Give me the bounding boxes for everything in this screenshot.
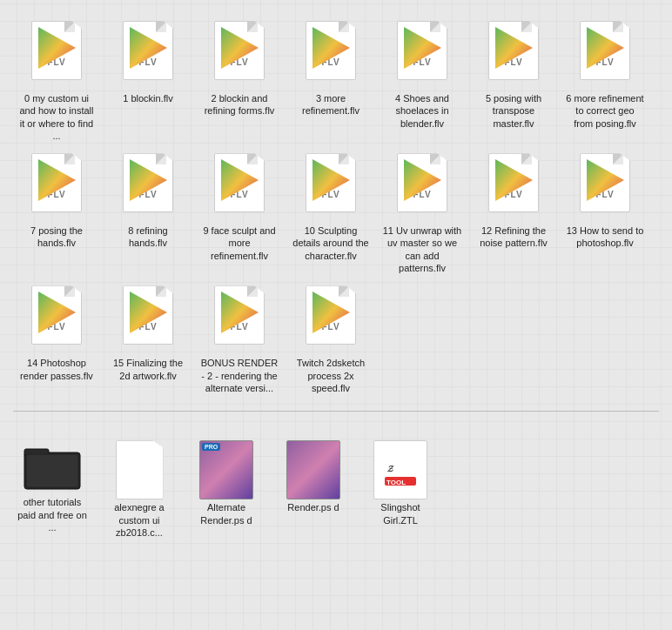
file-label-11: 11 Uv unwrap with uv master so we can ad… bbox=[382, 225, 462, 274]
svg-marker-13 bbox=[587, 159, 624, 201]
file-item-2[interactable]: FLV 2 blockin and refining forms.flv bbox=[196, 17, 283, 145]
bottom-item-b3[interactable]: Render.ps d bbox=[274, 437, 353, 517]
svg-marker-8 bbox=[130, 159, 167, 201]
svg-marker-10 bbox=[312, 159, 350, 201]
file-label-2: 2 blockin and refining forms.flv bbox=[199, 92, 279, 117]
file-item-13[interactable]: FLV 13 How to send to photoshop.flv bbox=[561, 150, 648, 278]
file-label-3: 3 more refinement.flv bbox=[291, 92, 371, 117]
flv-icon-11: FLV bbox=[391, 153, 454, 223]
file-label-13: 13 How to send to photoshop.flv bbox=[565, 225, 645, 250]
svg-marker-1 bbox=[130, 27, 167, 69]
svg-marker-2 bbox=[221, 27, 259, 69]
flv-icon-2: FLV bbox=[208, 21, 271, 90]
bottom-label-b3: Render.ps d bbox=[287, 501, 339, 513]
file-item-11[interactable]: FLV 11 Uv unwrap with uv master so we ca… bbox=[379, 150, 466, 278]
bottom-label-b1: alexnegre a custom ui zb2018.c... bbox=[104, 501, 175, 539]
file-label-14: 14 Photoshop render passes.flv bbox=[17, 357, 97, 382]
flv-icon-9: FLV bbox=[208, 153, 271, 223]
svg-marker-4 bbox=[404, 27, 441, 69]
file-label-4: 4 Shoes and shoelaces in blender.flv bbox=[382, 92, 462, 130]
file-label-17: Twitch 2dsketch process 2x speed.flv bbox=[291, 357, 371, 394]
file-item-10[interactable]: FLV 10 Sculpting details around the char… bbox=[287, 150, 374, 278]
bottom-item-b4[interactable]: TOOL 𝓩 Slingshot Girl.ZTL bbox=[361, 437, 440, 530]
flv-icon-13: FLV bbox=[574, 153, 636, 223]
flv-icon-14: FLV bbox=[25, 285, 88, 355]
file-label-5: 5 posing with transpose master.flv bbox=[474, 92, 554, 130]
file-item-1[interactable]: FLV 1 blockin.flv bbox=[104, 17, 192, 145]
file-label-6: 6 more refinement to correct geo from po… bbox=[565, 92, 645, 130]
file-label-16: BONUS RENDER - 2 - rendering the alterna… bbox=[199, 357, 279, 394]
svg-marker-9 bbox=[221, 159, 259, 201]
file-item-4[interactable]: FLV 4 Shoes and shoelaces in blender.flv bbox=[379, 17, 466, 145]
file-item-8[interactable]: FLV 8 refining hands.flv bbox=[104, 150, 192, 278]
file-item-3[interactable]: FLV 3 more refinement.flv bbox=[287, 17, 374, 145]
divider bbox=[13, 411, 659, 428]
bottom-item-b2[interactable]: PROAlternate Render.ps d bbox=[187, 437, 265, 530]
svg-marker-17 bbox=[312, 292, 350, 333]
file-item-0[interactable]: FLV 0 my custom ui and how to install it… bbox=[13, 17, 100, 145]
file-label-1: 1 blockin.flv bbox=[123, 92, 172, 104]
svg-marker-11 bbox=[404, 159, 441, 201]
bottom-files: other tutorials paid and free on ...alex… bbox=[4, 432, 668, 546]
file-item-7[interactable]: FLV 7 posing the hands.flv bbox=[13, 150, 100, 278]
flv-icon-15: FLV bbox=[117, 285, 179, 355]
svg-marker-14 bbox=[38, 292, 76, 333]
file-label-0: 0 my custom ui and how to install it or … bbox=[17, 92, 97, 142]
svg-marker-6 bbox=[587, 27, 624, 69]
flv-icon-8: FLV bbox=[117, 153, 179, 223]
file-label-15: 15 Finalizing the 2d artwork.flv bbox=[108, 357, 188, 382]
flv-icon-6: FLV bbox=[574, 21, 636, 90]
file-label-9: 9 face sculpt and more refinement.flv bbox=[199, 225, 279, 262]
svg-marker-5 bbox=[495, 27, 533, 69]
svg-marker-12 bbox=[495, 159, 533, 201]
svg-marker-7 bbox=[38, 159, 76, 201]
svg-marker-16 bbox=[221, 292, 259, 333]
bottom-label-b2: Alternate Render.ps d bbox=[191, 501, 262, 526]
file-item-5[interactable]: FLV 5 posing with transpose master.flv bbox=[470, 17, 557, 145]
file-item-12[interactable]: FLV 12 Refining the noise pattern.flv bbox=[470, 150, 557, 278]
flv-icon-17: FLV bbox=[299, 285, 362, 355]
flv-icon-4: FLV bbox=[391, 21, 454, 90]
file-label-7: 7 posing the hands.flv bbox=[17, 225, 97, 250]
svg-text:TOOL: TOOL bbox=[386, 479, 406, 486]
flv-icon-12: FLV bbox=[482, 153, 545, 223]
bottom-item-b1[interactable]: alexnegre a custom ui zb2018.c... bbox=[100, 437, 178, 542]
svg-rect-20 bbox=[26, 454, 78, 487]
file-label-10: 10 Sculpting details around the characte… bbox=[291, 225, 371, 262]
bottom-item-b0[interactable]: other tutorials paid and free on ... bbox=[13, 437, 91, 537]
svg-marker-0 bbox=[38, 27, 76, 69]
file-label-8: 8 refining hands.flv bbox=[108, 225, 188, 250]
svg-marker-15 bbox=[130, 292, 167, 333]
flv-icon-0: FLV bbox=[25, 21, 88, 90]
bottom-label-b0: other tutorials paid and free on ... bbox=[17, 496, 88, 533]
flv-files-grid: FLV 0 my custom ui and how to install it… bbox=[4, 9, 668, 406]
svg-text:𝓩: 𝓩 bbox=[387, 464, 394, 473]
file-item-6[interactable]: FLV 6 more refinement to correct geo fro… bbox=[561, 17, 648, 145]
flv-icon-10: FLV bbox=[299, 153, 362, 223]
flv-icon-1: FLV bbox=[117, 21, 179, 90]
svg-marker-3 bbox=[312, 27, 350, 69]
file-item-17[interactable]: FLV Twitch 2dsketch process 2x speed.flv bbox=[287, 282, 374, 398]
desktop: FLV 0 my custom ui and how to install it… bbox=[0, 0, 672, 630]
flv-icon-7: FLV bbox=[25, 153, 88, 223]
bottom-label-b4: Slingshot Girl.ZTL bbox=[365, 501, 436, 526]
flv-icon-5: FLV bbox=[482, 21, 545, 90]
flv-icon-3: FLV bbox=[299, 21, 362, 90]
file-item-16[interactable]: FLV BONUS RENDER - 2 - rendering the alt… bbox=[196, 282, 283, 398]
file-item-14[interactable]: FLV 14 Photoshop render passes.flv bbox=[13, 282, 100, 398]
file-item-9[interactable]: FLV 9 face sculpt and more refinement.fl… bbox=[196, 150, 283, 278]
flv-icon-16: FLV bbox=[208, 285, 271, 355]
file-item-15[interactable]: FLV 15 Finalizing the 2d artwork.flv bbox=[104, 282, 192, 398]
file-label-12: 12 Refining the noise pattern.flv bbox=[474, 225, 554, 250]
